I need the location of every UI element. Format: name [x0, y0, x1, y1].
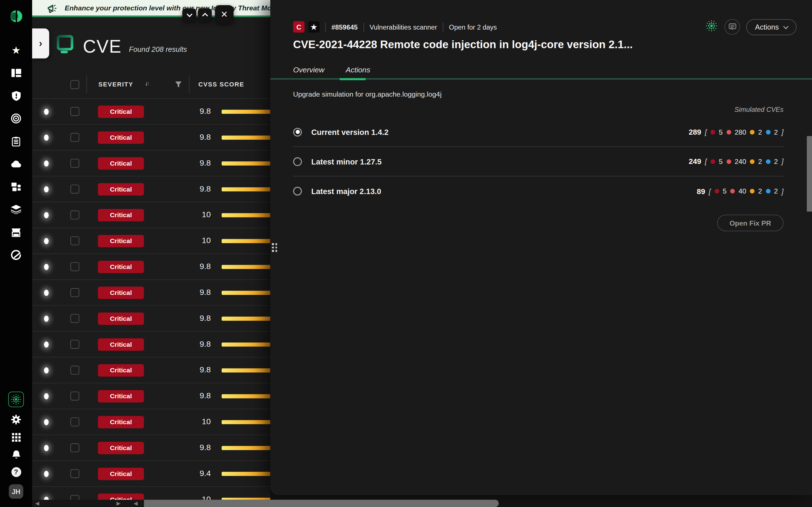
alert-source: Vulnerabilities scanner [370, 23, 437, 31]
version-radio[interactable] [293, 128, 302, 136]
column-divider [87, 75, 87, 93]
banner-close-button[interactable]: × [215, 5, 234, 24]
medium-dot [750, 159, 755, 164]
ai-radial-icon[interactable] [705, 19, 718, 35]
severity-badge: Critical [98, 261, 144, 273]
horizontal-scrollbar-thumb[interactable] [144, 500, 499, 507]
high-count: 280 [734, 128, 746, 136]
layout-icon[interactable] [10, 68, 22, 78]
version-option-row[interactable]: Latest major 2.13.0 89 [ 5 40 2 2 ] [293, 176, 783, 206]
total-count: 289 [689, 128, 701, 136]
version-option-row[interactable]: Latest minor 1.27.5 249 [ 5 240 2 2 ] [293, 147, 783, 177]
help-icon[interactable]: ? [11, 467, 21, 477]
row-checkbox[interactable] [70, 211, 79, 219]
clipboard-icon[interactable] [10, 136, 22, 147]
scroll-left-icon[interactable]: ◀ [35, 500, 39, 506]
table-row[interactable]: Critical 9.4 [32, 461, 270, 487]
vertical-scrollbar-thumb[interactable] [807, 136, 812, 212]
low-count: 2 [774, 187, 778, 195]
gauge-icon[interactable] [10, 250, 22, 260]
critical-dot [711, 159, 715, 164]
row-checkbox[interactable] [70, 159, 79, 168]
comments-button[interactable] [725, 19, 740, 35]
row-checkbox[interactable] [70, 262, 79, 271]
storefront-icon[interactable] [10, 227, 22, 237]
layers-icon[interactable] [10, 205, 22, 215]
chevron-up-icon [202, 13, 208, 18]
banner-collapse-button[interactable] [183, 8, 197, 22]
table-row[interactable]: Critical 9.8 [32, 435, 270, 461]
row-checkbox[interactable] [70, 107, 79, 116]
actions-button[interactable]: Actions [746, 19, 797, 35]
table-row[interactable]: Critical 9.8 [32, 254, 270, 280]
gear-icon[interactable] [10, 414, 22, 425]
row-checkbox[interactable] [70, 417, 79, 426]
table-row[interactable]: Critical 9.8 [32, 280, 270, 306]
severity-badge: Critical [98, 313, 144, 325]
cvss-score-value: 9.8 [180, 339, 211, 349]
table-row[interactable]: Critical 9.8 [32, 99, 270, 125]
table-row[interactable]: Critical 9.8 [32, 357, 270, 383]
target-icon[interactable] [10, 113, 22, 124]
star-icon[interactable]: ★ [10, 45, 22, 55]
table-row[interactable]: Critical 9.8 [32, 332, 270, 357]
apps-grid-icon[interactable] [10, 432, 22, 443]
scroll-right-icon[interactable]: ▶ [116, 500, 120, 506]
table-row[interactable]: Critical 9.8 [32, 176, 270, 202]
drawer-resize-handle[interactable] [272, 243, 277, 251]
table-row[interactable]: Critical 9.8 [32, 306, 270, 332]
simulated-cve-counts: 249 [ 5 240 2 2 ] [689, 157, 783, 165]
version-option-row[interactable]: Current version 1.4.2 289 [ 5 280 2 2 ] [293, 117, 783, 147]
table-row[interactable]: Critical 9.8 [32, 151, 270, 176]
row-checkbox[interactable] [70, 185, 79, 193]
select-all-checkbox[interactable] [70, 80, 79, 89]
orca-logo[interactable] [9, 9, 23, 25]
banner-text: Enhance your protection level with our n… [65, 4, 270, 12]
panel-header: CVE Found 208 results [56, 34, 187, 55]
column-severity[interactable]: SEVERITY [98, 81, 133, 88]
cvss-score-value: 9.8 [180, 107, 211, 116]
open-fix-pr-button[interactable]: Open Fix PR [717, 215, 783, 231]
low-dot [766, 129, 770, 134]
table-row[interactable]: Critical 9.8 [32, 125, 270, 151]
row-checkbox[interactable] [70, 314, 79, 323]
row-checkbox[interactable] [70, 469, 79, 478]
column-cvss-score[interactable]: CVSS SCORE [198, 81, 244, 88]
tab-overview[interactable]: Overview [293, 66, 324, 74]
row-checkbox[interactable] [70, 236, 79, 245]
row-status-dot [44, 160, 49, 166]
horizontal-scrollbar[interactable]: ◀ ▶ ◀ [32, 500, 499, 507]
cve-panel-icon [56, 34, 74, 55]
table-row[interactable]: Critical 10 [32, 202, 270, 228]
row-checkbox[interactable] [70, 340, 79, 349]
row-checkbox[interactable] [70, 443, 79, 452]
row-checkbox[interactable] [70, 366, 79, 375]
avatar[interactable]: JH [9, 484, 23, 499]
severity-badge: Critical [98, 235, 144, 247]
row-checkbox[interactable] [70, 288, 79, 297]
bell-icon[interactable] [10, 450, 22, 460]
tab-actions[interactable]: Actions [346, 66, 370, 74]
version-radio[interactable] [293, 157, 302, 166]
assets-icon[interactable] [10, 182, 22, 192]
shield-alert-icon[interactable] [10, 91, 22, 101]
expand-panel-button[interactable]: › [32, 29, 49, 59]
table-row[interactable]: Critical 10 [32, 409, 270, 435]
table-row[interactable]: Critical 9.8 [32, 383, 270, 409]
filter-icon[interactable] [175, 81, 182, 90]
version-radio[interactable] [293, 187, 302, 195]
ai-assistant-button[interactable] [8, 392, 24, 407]
sort-icon[interactable]: ↓↑ [145, 80, 150, 87]
favorite-star-button[interactable]: ★ [308, 21, 319, 33]
cvss-score-bar [221, 110, 270, 114]
cvss-score-bar [221, 342, 270, 347]
banner-expand-button[interactable] [198, 8, 212, 22]
table-row[interactable]: Critical 10 [32, 228, 270, 254]
cloud-icon[interactable] [10, 159, 22, 169]
scroll-left-icon[interactable]: ◀ [134, 500, 138, 506]
alert-id: #859645 [332, 23, 358, 31]
critical-dot [711, 129, 715, 134]
row-checkbox[interactable] [70, 392, 79, 400]
sidebar: ★ [0, 0, 32, 507]
row-checkbox[interactable] [70, 133, 79, 142]
